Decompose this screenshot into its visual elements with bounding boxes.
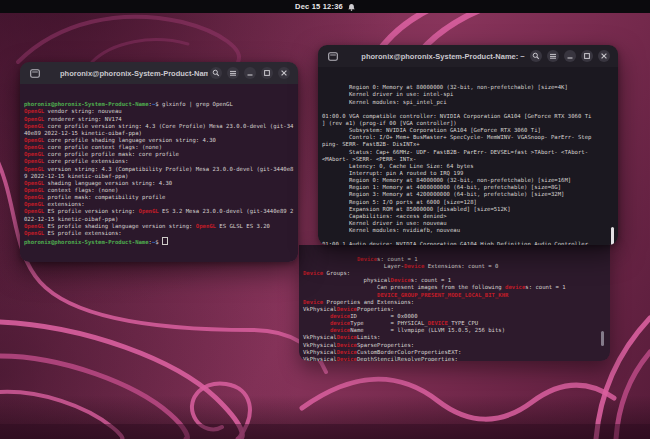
terminal-line: OpenGL core profile context flags: (none…: [24, 144, 298, 151]
new-tab-button[interactable]: [28, 67, 41, 79]
terminal-line: Region 0: Memory at 80000000 (32-bit, no…: [322, 84, 618, 91]
terminal-text: Region 0: Memory at 80000000 (32-bit, no…: [322, 84, 568, 90]
terminal-text: [303, 320, 330, 326]
terminal-text: OpenGL: [24, 151, 44, 157]
terminal-text: physical: [303, 277, 391, 283]
clock[interactable]: Dec 15 12:36: [295, 0, 343, 13]
terminal-line: Latency: 0, Cache Line Size: 64 bytes: [322, 163, 618, 170]
terminal-text: version string: 4.3 (Compatibility Profi…: [44, 166, 293, 172]
minimize-button[interactable]: [244, 67, 256, 79]
terminal-text: ES profile shading language version stri…: [44, 223, 196, 229]
terminal-line: Region 5: I/O ports at 6000 [size=128]: [322, 199, 618, 206]
terminal-text: Region 3: Memory at 4200000000 (64-bit, …: [322, 191, 564, 197]
terminal-text: Device: [303, 270, 323, 276]
terminal-line: deviceType = PHYSICAL_DEVICE_TYPE_CPU: [303, 320, 610, 327]
terminal-text: OpenGL: [24, 144, 44, 150]
terminal-text: Expansion ROM at 85000000 [disabled] [si…: [322, 206, 511, 212]
terminal-text: Properties and Extensions:: [323, 299, 414, 305]
terminal-text: Capabilities: <access denied>: [322, 213, 447, 219]
terminal-line: OpenGL core profile shading language ver…: [24, 137, 298, 144]
terminal-content-left[interactable]: phoronix@phoronix-System-Product-Name:~$…: [20, 84, 298, 262]
terminal-line: 01:00.1 Audio device: NVIDIA Corporation…: [322, 241, 618, 245]
terminal-line: Kernel driver in use: intel-spi: [322, 91, 618, 98]
close-button[interactable]: [278, 67, 290, 79]
terminal-line: OpenGL ES profile version string: OpenGL…: [24, 208, 298, 215]
terminal-text: OpenGL: [24, 180, 44, 186]
terminal-text: Device: [404, 263, 424, 269]
terminal-line: [322, 234, 618, 241]
terminal-text: ES GLSL ES 3.20: [216, 223, 270, 229]
terminal-line: VkPhysicalDeviceLimits:: [303, 334, 610, 341]
close-button[interactable]: [598, 50, 610, 62]
terminal-text: Device: [337, 356, 357, 361]
terminal-text: Region 0: Memory at 84000000 (32-bit, no…: [322, 177, 571, 183]
terminal-line: Can present images from the following de…: [303, 284, 610, 291]
terminal-line: [322, 106, 618, 113]
search-icon[interactable]: [530, 50, 542, 62]
terminal-text: CustomBorderColorPropertiesEXT:: [357, 349, 461, 355]
terminal-text: [303, 327, 330, 333]
terminal-line: physicalDevices: count = 1: [303, 277, 610, 284]
terminal-line: Region 0: Memory at 84000000 (32-bit, no…: [322, 177, 618, 184]
titlebar-left: phoronix@phoronix-System-Product-Name: ~: [20, 62, 298, 84]
notification-bell-icon[interactable]: [348, 3, 355, 11]
terminal-text: Device: [303, 299, 323, 305]
maximize-button[interactable]: [581, 50, 593, 62]
terminal-text: phoronix@phoronix-System-Product-Name: [24, 101, 149, 107]
terminal-text: OpenGL: [24, 137, 44, 143]
minimize-button[interactable]: [564, 50, 576, 62]
terminal-text: _TYPE_CPU: [448, 320, 478, 326]
terminal-text: extensions:: [44, 201, 84, 207]
terminal-text: device: [505, 284, 525, 290]
terminal-line: OpenGL core profile extensions:: [24, 158, 298, 165]
top-bar: Dec 15 12:36: [0, 0, 650, 13]
terminal-content-right[interactable]: Region 0: Memory at 80000000 (32-bit, no…: [318, 67, 618, 245]
terminal-line: 9 2022-12-15 kinetic-oibaf-ppa): [24, 173, 298, 180]
scrollbar-thumb[interactable]: [601, 331, 604, 346]
terminal-line: phoronix@phoronix-System-Product-Name:~$: [24, 237, 298, 244]
terminal-line: phoronix@phoronix-System-Product-Name:~$…: [24, 101, 298, 108]
terminal-text: Control: I/O+ Mem+ BusMaster+ SpecCycle-…: [322, 134, 591, 140]
terminal-line: 40e89 2022-12-15 kinetic-oibaf-ppa): [24, 130, 298, 137]
terminal-text: ] (rev a1) (prog-if 00 [VGA controller]): [322, 120, 457, 126]
menu-icon[interactable]: [227, 67, 239, 79]
terminal-text: OpenGL: [24, 187, 44, 193]
terminal-text: s: count = 1: [377, 256, 417, 262]
terminal-line: OpenGL profile mask: compatibility profi…: [24, 194, 298, 201]
terminal-line: ] (rev a1) (prog-if 00 [VGA controller]): [322, 120, 618, 127]
terminal-text: DEVICE: [428, 320, 448, 326]
terminal-line: OpenGL context flags: (none): [24, 187, 298, 194]
terminal-text: ID = 0x0000: [350, 313, 417, 319]
terminal-text: DEVICE_GROUP_PRESENT_MODE_LOCAL_BIT_KHR: [377, 292, 508, 298]
terminal-line: Device Properties and Extensions:: [303, 299, 610, 306]
search-icon[interactable]: [210, 67, 222, 79]
terminal-window-right: phoronix@phoronix-System-Product-Name: ~: [318, 45, 618, 245]
terminal-text: VkPhysical: [303, 306, 337, 312]
terminal-line: OpenGL core profile profile mask: core p…: [24, 151, 298, 158]
terminal-text: [303, 292, 377, 298]
terminal-text: core profile version string: 4.3 (Core P…: [44, 123, 293, 129]
terminal-text: s: count = 1: [411, 277, 451, 283]
desktop: Dec 15 12:36 Devices: count = 1 Layer-De…: [0, 0, 650, 439]
terminal-text: ES 3.2 Mesa 23.0.0-devel (git-3440e89 2: [159, 208, 294, 214]
terminal-text: 40e89 2022-12-15 kinetic-oibaf-ppa): [24, 130, 142, 136]
terminal-text: Can present images from the following: [303, 284, 505, 290]
terminal-line: VkPhysicalDeviceSparseProperties:: [303, 342, 610, 349]
terminal-text: VkPhysical: [303, 349, 337, 355]
new-tab-button[interactable]: [326, 50, 339, 62]
maximize-button[interactable]: [261, 67, 273, 79]
terminal-content-background[interactable]: Devices: count = 1 Layer-Device Extensio…: [299, 245, 610, 361]
terminal-text: OpenGL: [24, 116, 44, 122]
terminal-text: [303, 256, 357, 262]
menu-icon[interactable]: [547, 50, 559, 62]
terminal-text: OpenGL: [196, 223, 216, 229]
terminal-text: Device: [337, 334, 357, 340]
terminal-line: VkPhysicalDeviceDepthStencilResolvePrope…: [303, 356, 610, 361]
terminal-text: Latency: 0, Cache Line Size: 64 bytes: [322, 163, 474, 169]
terminal-text: ES profile version string:: [44, 208, 138, 214]
scrollbar-thumb[interactable]: [611, 227, 614, 245]
terminal-line: OpenGL core profile version string: 4.3 …: [24, 123, 298, 130]
terminal-text: 01:00.1 Audio device: NVIDIA Corporation…: [322, 241, 588, 245]
terminal-text: $ glxinfo | grep OpenGL: [155, 101, 232, 107]
terminal-line: OpenGL ES profile extensions:: [24, 230, 298, 237]
